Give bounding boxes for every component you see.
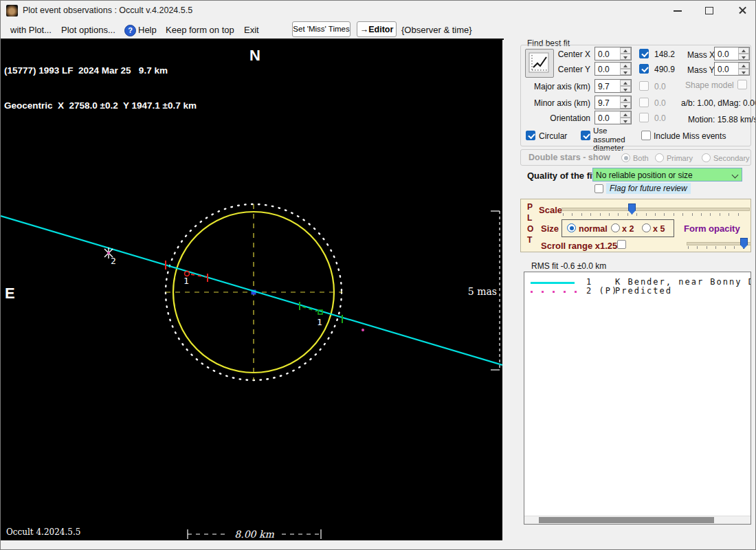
north-label: N — [249, 47, 260, 65]
minimize-icon — [674, 10, 682, 12]
legend-row2-num: 2 (P) — [586, 286, 618, 296]
plot-header: (15777) 1993 LF 2024 Mar 25 9.7 km Geoce… — [4, 41, 197, 135]
major-axis-label: Major axis (km) — [534, 82, 590, 91]
include-miss-label: Include Miss events — [654, 131, 726, 141]
minor-axis-label: Minor axis (km) — [534, 98, 590, 108]
quality-dropdown[interactable]: No reliable position or size — [592, 168, 742, 182]
legend-row2-name: Predicted — [615, 286, 672, 296]
center-y-spinner[interactable]: 0.0 — [594, 62, 632, 76]
editor-button[interactable]: →Editor — [357, 21, 397, 37]
double-both-radio — [621, 153, 630, 162]
center-y-fit-checkbox[interactable] — [639, 64, 649, 74]
observations-list[interactable]: 1 K Bender, near Bonny Do 2 (P) Predicte… — [524, 272, 751, 525]
menu-keep-on-top[interactable]: Keep form on top — [166, 25, 234, 35]
motion-label: Motion: 15.88 km/s — [688, 115, 756, 124]
scale-label: Scale — [539, 205, 562, 215]
double-secondary-radio — [702, 153, 711, 162]
center-y-label: Center Y — [544, 65, 590, 74]
center-y-fit-value: 490.9 — [654, 65, 675, 74]
scale-slider[interactable] — [562, 208, 750, 211]
minor-axis-fit-checkbox — [639, 98, 649, 107]
chord1-right-label: 1 — [317, 317, 322, 327]
menu-exit[interactable]: Exit — [244, 25, 259, 35]
spin-up-icon[interactable] — [620, 47, 631, 54]
legend-line-swatch — [531, 282, 575, 284]
size-x5-radio[interactable] — [642, 223, 651, 232]
scroll-range-label: Scroll range x1.25 — [541, 241, 617, 251]
center-x-spinner[interactable]: 0.0 — [594, 47, 632, 60]
plot-letter-o: O — [527, 224, 533, 234]
orientation-fit-checkbox — [639, 113, 649, 122]
plot-header-line1: (15777) 1993 LF 2024 Mar 25 9.7 km — [4, 65, 197, 76]
major-axis-spinner[interactable]: 9.7 — [594, 79, 632, 93]
close-button[interactable] — [731, 1, 754, 20]
double-stars-title: Double stars - show — [529, 153, 610, 162]
flag-review-checkbox[interactable] — [594, 184, 603, 193]
double-both-label: Both — [633, 154, 649, 162]
double-primary-radio — [655, 153, 664, 162]
double-secondary-label: Secondary — [713, 154, 750, 162]
plot-letter-t: T — [527, 235, 532, 245]
plot-header-line2: Geocentric X 2758.0 ±0.2 Y 1947.1 ±0.7 k… — [4, 100, 197, 111]
major-axis-fit-checkbox — [639, 81, 649, 91]
mass-x-label: Mass X — [687, 50, 715, 60]
flag-review-label: Flag for future review — [606, 183, 691, 194]
legend-row1-name: K Bender, near Bonny Do — [615, 277, 751, 287]
minor-axis-spinner[interactable]: 9.7 — [594, 96, 632, 109]
size-x2-radio[interactable] — [611, 223, 620, 232]
rms-fit-label: RMS fit -0.6 ±0.0 km — [531, 261, 606, 271]
ab-dmag-label: a/b: 1.00, dMag: 0.00 — [681, 98, 756, 108]
legend-row1-num: 1 — [586, 277, 592, 287]
scale-slider-ticks — [563, 213, 747, 216]
form-opacity-label: Form opacity — [684, 223, 740, 234]
chord1-left-label: 1 — [184, 276, 189, 286]
maximize-icon — [705, 7, 713, 14]
menu-help[interactable]: Help — [138, 25, 157, 35]
chevron-down-icon — [733, 173, 738, 178]
center-x-label: Center X — [544, 50, 590, 59]
mass-y-label: Mass Y — [687, 65, 715, 75]
circular-checkbox[interactable] — [526, 131, 535, 140]
size-label: Size — [541, 223, 559, 234]
form-opacity-ticks — [688, 246, 748, 249]
circular-label: Circular — [539, 131, 567, 141]
size-normal-label: normal — [579, 224, 608, 234]
help-icon[interactable]: ? — [124, 25, 136, 36]
size-x2-label: x 2 — [622, 224, 634, 234]
mass-y-spinner[interactable]: 0.0 — [714, 62, 750, 76]
assumed-diameter-checkbox[interactable] — [581, 131, 590, 140]
include-miss-checkbox[interactable] — [641, 131, 651, 140]
size-x5-label: x 5 — [653, 224, 665, 234]
east-label: E — [5, 285, 15, 302]
observer-time-label: {Observer & time} — [401, 25, 472, 35]
app-window: Plot event observations : Occult v.4.202… — [0, 0, 756, 550]
station2-center — [107, 252, 110, 254]
spin-down-icon[interactable] — [620, 54, 631, 60]
orientation-fit-value: 0.0 — [654, 113, 666, 123]
set-miss-times-button[interactable]: Set 'Miss' Times — [292, 21, 351, 37]
plot-letter-l: L — [527, 213, 532, 223]
mass-x-spinner[interactable]: 0.0 — [714, 47, 750, 60]
app-icon — [6, 5, 18, 16]
major-axis-fit-value: 0.0 — [654, 82, 666, 91]
predicted-dot — [362, 329, 364, 331]
list-hscrollbar-thumb[interactable] — [539, 517, 714, 523]
orientation-spinner[interactable]: 0.0 — [594, 111, 632, 124]
center-x-fit-checkbox[interactable] — [639, 49, 649, 58]
shape-model-label: Shape model — [685, 80, 734, 90]
legend-dots-swatch — [531, 291, 577, 293]
plot-version-label: Occult 4.2024.5.5 — [6, 527, 80, 537]
shape-model-checkbox — [737, 80, 747, 89]
list-hscrollbar[interactable] — [524, 516, 751, 525]
menu-plot-options[interactable]: Plot options... — [61, 25, 115, 35]
window-title: Plot event observations : Occult v.4.202… — [23, 6, 192, 15]
station2-label: 2 — [111, 256, 116, 266]
menu-with-plot[interactable]: with Plot... — [10, 25, 52, 35]
size-normal-radio[interactable] — [567, 223, 576, 232]
km-scale-label: 8.00 km — [234, 529, 274, 540]
minimize-button[interactable] — [666, 1, 689, 20]
scroll-range-checkbox[interactable] — [617, 240, 626, 249]
center-x-fit-value: 148.2 — [654, 50, 675, 59]
maximize-button[interactable] — [698, 1, 721, 20]
minor-axis-fit-value: 0.0 — [654, 98, 666, 108]
